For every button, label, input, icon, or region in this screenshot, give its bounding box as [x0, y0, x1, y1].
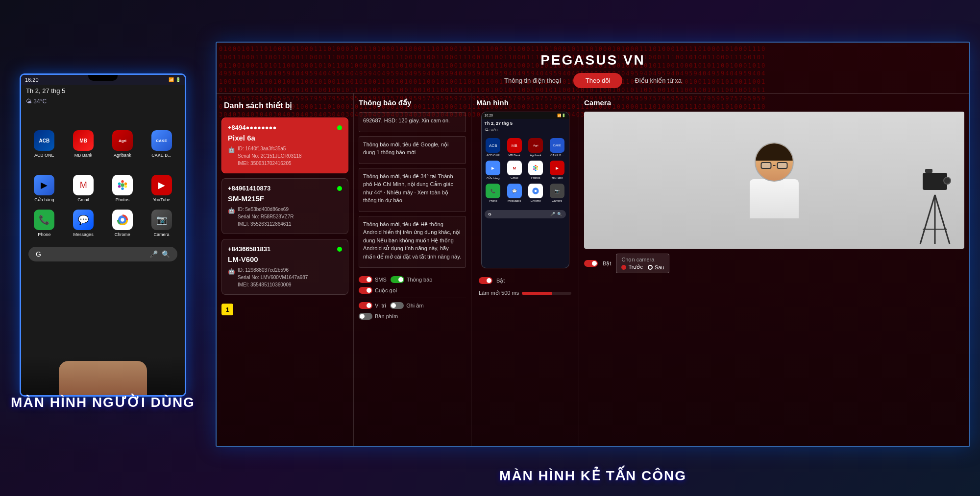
refresh-progress-bar	[522, 292, 571, 295]
mini-phone-label: Phone	[489, 199, 497, 202]
thongbao-label: Thông báo	[407, 277, 433, 283]
store-label: Cửa hàng	[34, 197, 54, 202]
app-icon-camera[interactable]: 📷 Camera	[146, 210, 177, 237]
mini-mb-col: MB MB Bank	[506, 138, 523, 157]
mini-store-label: Cửa hàng	[487, 176, 500, 180]
screen-bat-toggle[interactable]	[479, 277, 492, 284]
notif-item-3: Thông báo mới, tiêu đề 34° tại Thành phố…	[359, 168, 466, 212]
svg-point-6	[118, 183, 121, 186]
mini-cake-col: CAKE CAKE B...	[548, 138, 566, 157]
phone-call-label: Phone	[38, 232, 50, 237]
app-icon-cake[interactable]: CAKE CAKE B...	[146, 130, 177, 158]
mini-status-bar: 16:20 📶🔋	[482, 112, 569, 119]
app-icon-gmail[interactable]: M Gmail	[68, 175, 99, 202]
device-details-1: ID: 1640f13aa3fc35a5Serial No: 2C151JEGR…	[238, 145, 302, 167]
app-icon-mb[interactable]: MB MB Bank	[68, 130, 99, 158]
app-icon-phone[interactable]: 📞 Phone	[28, 210, 60, 237]
mini-agri-icon: Agri	[528, 138, 543, 153]
phone-number-2: +84961410873	[228, 185, 270, 192]
phone-number-3: +84366581831	[228, 245, 270, 253]
mini-photos-icon	[528, 161, 543, 175]
device-info-1: 🤖 ID: 1640f13aa3fc35a5Serial No: 2C151JE…	[228, 145, 342, 167]
device-count-badge: 1	[221, 304, 233, 315]
toggle-thongbao[interactable]: Thông báo	[391, 276, 433, 283]
mini-phone-col: 📞 Phone	[485, 184, 502, 202]
vitri-toggle-switch[interactable]	[359, 302, 372, 309]
app-icon-agri[interactable]: Agri Agribank	[107, 130, 139, 158]
mini-cam-label: Camera	[552, 199, 562, 202]
device-details-2: ID: 5e53bd400d86ce69Serial No: R58R528VZ…	[238, 206, 294, 228]
phone-call-icon: 📞	[34, 210, 54, 230]
toggle-ghiam[interactable]: Ghi âm	[390, 302, 423, 309]
tab-theo-doi[interactable]: Theo dõi	[573, 73, 623, 88]
cuocgoi-toggle-switch[interactable]	[359, 287, 372, 294]
ghiam-toggle-switch[interactable]	[390, 302, 404, 309]
device-info-3: 🤖 ID: 129888037cd2b596Serial No: LMV600V…	[228, 266, 342, 288]
banphim-toggle-switch[interactable]	[359, 313, 372, 320]
sms-toggle-switch[interactable]	[359, 276, 372, 283]
google-search-bar[interactable]: G 🎤 🔍	[28, 247, 177, 261]
camera-front-option[interactable]: Trước	[621, 264, 642, 270]
svg-point-17	[535, 190, 537, 192]
mini-acb-col: ACB ACB ONE	[485, 138, 502, 157]
camera-feed	[584, 112, 964, 249]
mini-cake-label: CAKE B...	[550, 154, 564, 157]
tab-dieu-khien[interactable]: Điều khiển từ xa	[622, 73, 694, 88]
mini-photos-label: Photos	[531, 176, 540, 179]
toggle-vitri[interactable]: Vị trí	[359, 302, 386, 309]
app-icon-chrome[interactable]: Chrome	[107, 210, 139, 237]
app-icon-photos[interactable]: Photos	[107, 175, 139, 202]
thongbao-toggle-switch[interactable]	[391, 276, 404, 283]
camera-app-label: Camera	[154, 232, 170, 237]
notifications-title: Thông báo đẩy	[359, 98, 466, 107]
app-icon-acb[interactable]: ACB ACB ONE	[28, 130, 60, 158]
messages-label: Messages	[74, 232, 94, 237]
left-screen-label: MÀN HÌNH NGƯỜI DÙNG	[0, 394, 206, 410]
app-icon-store[interactable]: ▶ Cửa hàng	[28, 175, 60, 202]
camera-bat-toggle[interactable]	[584, 260, 598, 267]
mini-g-icon: G	[489, 212, 491, 216]
mini-acb-label: ACB ONE	[487, 154, 500, 157]
android-icon-3: 🤖	[228, 267, 235, 276]
toggle-sms[interactable]: SMS	[359, 276, 387, 283]
tripod-camera	[915, 173, 955, 249]
mini-time: 16:20	[485, 114, 493, 118]
svg-point-4	[121, 188, 124, 190]
notif-item-1: 692687. HSD: 120 giay. Xin cam on.	[359, 112, 466, 132]
battery-icon: 🔋	[175, 77, 181, 82]
right-panel: 0100010111010001010001110100010111010001…	[206, 0, 980, 496]
svg-point-1	[121, 180, 124, 183]
glasses-left	[761, 162, 772, 169]
glasses-bridge	[773, 165, 776, 166]
mb-icon: MB	[73, 130, 94, 151]
app-icon-youtube[interactable]: ▶ YouTube	[146, 175, 177, 202]
mini-store-col: ▶ Cửa hàng	[485, 161, 502, 180]
cake-label: CAKE B...	[151, 153, 172, 158]
pegasus-content: PEGASUS VN Thông tin điện thoại Theo dõi…	[217, 43, 969, 446]
device-card-pixel6a[interactable]: +8494●●●●●●●● Pixel 6a 🤖 ID: 1640f13aa3f…	[221, 118, 348, 173]
camera-toggle-label: Bật	[603, 260, 611, 267]
camera-body	[923, 173, 947, 190]
mini-gmail-col: M Gmail	[506, 161, 523, 180]
toggle-cuocgoi[interactable]: Cuộc gọi	[359, 287, 397, 294]
tab-phone-info[interactable]: Thông tin điện thoại	[492, 73, 573, 88]
person-body	[750, 179, 799, 218]
android-icon-2: 🤖	[228, 206, 235, 215]
toggle-banphim[interactable]: Bàn phím	[359, 313, 398, 320]
device-card-sm215f[interactable]: +84961410873 SM-M215F 🤖 ID: 5e53bd400d86…	[221, 178, 348, 234]
phone-number-1: +8494●●●●●●●●	[228, 124, 276, 131]
camera-back-option[interactable]: Sau	[648, 264, 664, 270]
gmail-label: Gmail	[77, 197, 89, 202]
mini-date: Th 2, 27 thg 5	[482, 119, 569, 128]
store-icon: ▶	[34, 175, 54, 195]
device-card-lmv600[interactable]: +84366581831 LM-V600 🤖 ID: 129888037cd2b…	[221, 239, 348, 295]
banphim-label: Bàn phím	[375, 313, 398, 319]
device-name-3: LM-V600	[228, 255, 342, 263]
refresh-progress-fill	[522, 292, 551, 295]
pegasus-tabs: Thông tin điện thoại Theo dõi Điều khiển…	[217, 73, 969, 94]
mini-youtube-col: ▶ YouTube	[548, 161, 566, 180]
left-panel: 16:20 📶 🔋 Th 2, 27 thg 5 🌤 34°C ACB ACB …	[0, 0, 206, 496]
mb-label: MB Bank	[74, 153, 93, 158]
app-icon-messages[interactable]: 💬 Messages	[68, 210, 99, 237]
svg-point-5	[118, 185, 121, 188]
